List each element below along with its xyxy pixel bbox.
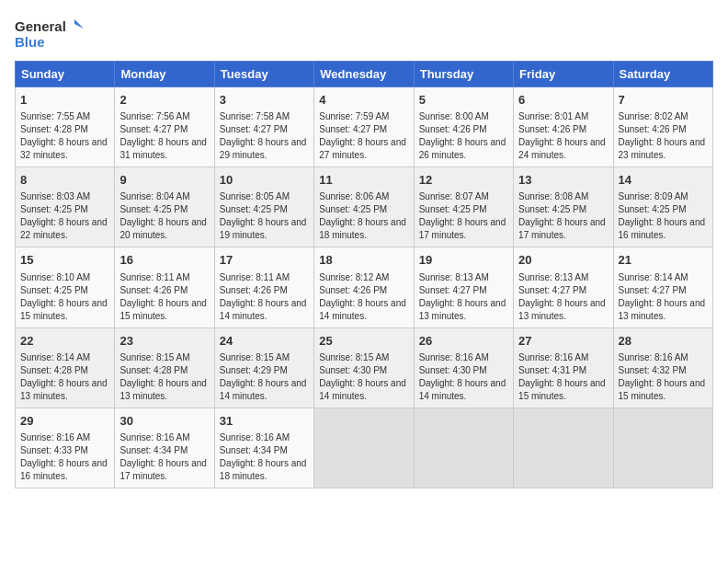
sunset-label: Sunset: 4:25 PM (619, 204, 687, 214)
day-cell: 16Sunrise: 8:11 AMSunset: 4:26 PMDayligh… (115, 247, 214, 327)
daylight-label: Daylight: 8 hours and 16 minutes. (20, 458, 108, 481)
daylight-label: Daylight: 8 hours and 13 minutes. (419, 298, 506, 321)
sunrise-label: Sunrise: 8:10 AM (20, 272, 90, 282)
sunrise-label: Sunrise: 8:16 AM (20, 432, 90, 442)
day-number: 17 (220, 252, 309, 269)
day-number: 25 (319, 333, 408, 350)
sunrise-label: Sunrise: 7:55 AM (20, 111, 90, 121)
sunrise-label: Sunrise: 7:59 AM (319, 111, 389, 121)
sunrise-label: Sunrise: 8:01 AM (518, 111, 588, 121)
day-number: 6 (518, 92, 608, 109)
daylight-label: Daylight: 8 hours and 14 minutes. (220, 298, 307, 321)
day-cell: 11Sunrise: 8:06 AMSunset: 4:25 PMDayligh… (314, 167, 414, 247)
sunset-label: Sunset: 4:25 PM (20, 285, 88, 295)
daylight-label: Daylight: 8 hours and 14 minutes. (419, 378, 506, 401)
empty-cell (414, 408, 513, 488)
day-number: 13 (518, 172, 608, 189)
sunrise-label: Sunrise: 8:15 AM (319, 352, 389, 362)
sunrise-label: Sunrise: 8:06 AM (319, 191, 389, 201)
svg-marker-2 (74, 19, 84, 29)
day-cell: 28Sunrise: 8:16 AMSunset: 4:32 PMDayligh… (613, 327, 712, 408)
col-header-monday: Monday (115, 62, 214, 87)
day-cell: 19Sunrise: 8:13 AMSunset: 4:27 PMDayligh… (414, 247, 513, 327)
daylight-label: Daylight: 8 hours and 13 minutes. (119, 378, 207, 401)
daylight-label: Daylight: 8 hours and 22 minutes. (20, 217, 108, 240)
sunset-label: Sunset: 4:34 PM (220, 445, 288, 455)
day-number: 3 (220, 92, 309, 109)
day-cell: 7Sunrise: 8:02 AMSunset: 4:26 PMDaylight… (613, 87, 712, 167)
day-cell: 18Sunrise: 8:12 AMSunset: 4:26 PMDayligh… (314, 247, 414, 327)
sunset-label: Sunset: 4:26 PM (518, 124, 586, 134)
day-cell: 27Sunrise: 8:16 AMSunset: 4:31 PMDayligh… (514, 327, 613, 408)
sunrise-label: Sunrise: 8:16 AM (220, 432, 290, 442)
daylight-label: Daylight: 8 hours and 15 minutes. (119, 298, 207, 321)
sunset-label: Sunset: 4:27 PM (220, 124, 288, 134)
day-cell: 13Sunrise: 8:08 AMSunset: 4:25 PMDayligh… (514, 167, 613, 247)
day-number: 21 (619, 252, 708, 269)
day-cell: 23Sunrise: 8:15 AMSunset: 4:28 PMDayligh… (115, 327, 214, 408)
day-cell: 20Sunrise: 8:13 AMSunset: 4:27 PMDayligh… (514, 247, 613, 327)
daylight-label: Daylight: 8 hours and 32 minutes. (20, 137, 108, 160)
sunrise-label: Sunrise: 8:11 AM (119, 272, 189, 282)
daylight-label: Daylight: 8 hours and 29 minutes. (220, 137, 307, 160)
day-cell: 9Sunrise: 8:04 AMSunset: 4:25 PMDaylight… (115, 167, 214, 247)
day-number: 22 (20, 333, 109, 350)
day-cell: 31Sunrise: 8:16 AMSunset: 4:34 PMDayligh… (214, 408, 313, 488)
day-cell: 15Sunrise: 8:10 AMSunset: 4:25 PMDayligh… (16, 247, 115, 327)
daylight-label: Daylight: 8 hours and 15 minutes. (619, 378, 706, 401)
daylight-label: Daylight: 8 hours and 14 minutes. (319, 298, 406, 321)
daylight-label: Daylight: 8 hours and 16 minutes. (619, 217, 706, 240)
day-cell: 21Sunrise: 8:14 AMSunset: 4:27 PMDayligh… (613, 247, 712, 327)
sunrise-label: Sunrise: 8:11 AM (220, 272, 290, 282)
daylight-label: Daylight: 8 hours and 13 minutes. (20, 378, 108, 401)
empty-cell (514, 408, 613, 488)
daylight-label: Daylight: 8 hours and 15 minutes. (20, 298, 108, 321)
daylight-label: Daylight: 8 hours and 13 minutes. (518, 298, 606, 321)
sunrise-label: Sunrise: 8:16 AM (518, 352, 588, 362)
day-number: 27 (518, 333, 608, 350)
day-number: 18 (319, 252, 408, 269)
daylight-label: Daylight: 8 hours and 27 minutes. (319, 137, 406, 160)
daylight-label: Daylight: 8 hours and 15 minutes. (518, 378, 606, 401)
svg-text:General: General (15, 18, 66, 34)
sunrise-label: Sunrise: 7:56 AM (119, 111, 189, 121)
daylight-label: Daylight: 8 hours and 17 minutes. (119, 458, 207, 481)
col-header-thursday: Thursday (414, 62, 513, 87)
day-cell: 29Sunrise: 8:16 AMSunset: 4:33 PMDayligh… (16, 408, 115, 488)
day-number: 5 (419, 92, 508, 109)
sunset-label: Sunset: 4:29 PM (220, 365, 288, 375)
sunset-label: Sunset: 4:28 PM (119, 365, 188, 375)
sunset-label: Sunset: 4:26 PM (319, 285, 387, 295)
sunrise-label: Sunrise: 8:02 AM (619, 111, 688, 121)
sunset-label: Sunset: 4:27 PM (419, 285, 487, 295)
daylight-label: Daylight: 8 hours and 23 minutes. (619, 137, 706, 160)
daylight-label: Daylight: 8 hours and 18 minutes. (319, 217, 406, 240)
logo: General Blue (15, 15, 88, 52)
sunrise-label: Sunrise: 7:58 AM (220, 111, 290, 121)
sunrise-label: Sunrise: 8:14 AM (20, 352, 90, 362)
sunrise-label: Sunrise: 8:00 AM (419, 111, 489, 121)
day-number: 9 (119, 172, 209, 189)
sunrise-label: Sunrise: 8:14 AM (619, 272, 688, 282)
sunrise-label: Sunrise: 8:09 AM (619, 191, 688, 201)
sunset-label: Sunset: 4:26 PM (619, 124, 687, 134)
day-number: 14 (619, 172, 708, 189)
day-cell: 3Sunrise: 7:58 AMSunset: 4:27 PMDaylight… (214, 87, 313, 167)
day-number: 2 (119, 92, 209, 109)
sunset-label: Sunset: 4:28 PM (20, 124, 88, 134)
day-number: 19 (419, 252, 508, 269)
day-cell: 24Sunrise: 8:15 AMSunset: 4:29 PMDayligh… (214, 327, 313, 408)
day-cell: 26Sunrise: 8:16 AMSunset: 4:30 PMDayligh… (414, 327, 513, 408)
sunset-label: Sunset: 4:30 PM (419, 365, 487, 375)
day-cell: 22Sunrise: 8:14 AMSunset: 4:28 PMDayligh… (16, 327, 115, 408)
day-cell: 6Sunrise: 8:01 AMSunset: 4:26 PMDaylight… (514, 87, 613, 167)
daylight-label: Daylight: 8 hours and 19 minutes. (220, 217, 307, 240)
sunrise-label: Sunrise: 8:16 AM (619, 352, 688, 362)
day-number: 23 (119, 333, 209, 350)
sunset-label: Sunset: 4:27 PM (518, 285, 586, 295)
sunrise-label: Sunrise: 8:12 AM (319, 272, 389, 282)
daylight-label: Daylight: 8 hours and 14 minutes. (319, 378, 406, 401)
sunset-label: Sunset: 4:26 PM (220, 285, 288, 295)
empty-cell (613, 408, 712, 488)
col-header-wednesday: Wednesday (314, 62, 414, 87)
